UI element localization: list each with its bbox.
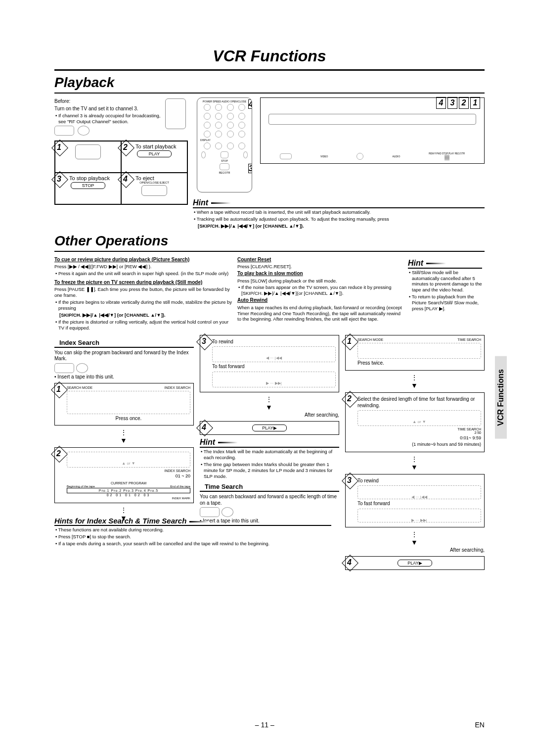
idx-step-2: 2 bbox=[56, 449, 61, 458]
tape-insert-icon bbox=[75, 144, 101, 159]
time-search-display-2: TIME SEARCH bbox=[357, 427, 481, 431]
current-program: CURRENT PROGRAM bbox=[67, 481, 190, 485]
time-step-2: 2 bbox=[347, 394, 352, 403]
step-2-num: 2 bbox=[123, 143, 128, 152]
search-button-icon-2 bbox=[357, 343, 481, 359]
program-nums: 02 01 01 02 03 bbox=[67, 493, 190, 497]
vcr-icon-round-3 bbox=[222, 507, 233, 517]
counter-heading: Counter Reset bbox=[237, 257, 403, 263]
index-search-display-2: INDEX SEARCH bbox=[67, 469, 190, 472]
idx-step-3: 3 bbox=[202, 337, 206, 346]
hint2-b: • To return to playback from the Picture… bbox=[408, 294, 482, 312]
index-search-heading: Index Search bbox=[54, 339, 194, 348]
auto-heading: Auto Rewind bbox=[237, 297, 403, 304]
page-title: VCR Functions bbox=[54, 47, 485, 65]
remote-rec-label: REC/OTR bbox=[197, 171, 252, 174]
play-label: PLAY▶ bbox=[252, 425, 287, 431]
arrow-down-icon-3: ⋮▼ bbox=[200, 395, 339, 411]
vcr-icon bbox=[54, 126, 74, 136]
freeze-l2: • If the picture begins to vibrate verti… bbox=[54, 299, 232, 311]
step-3-text: To stop playback bbox=[69, 175, 118, 181]
side-tab: VCR Functions bbox=[495, 356, 507, 439]
eject-label: OPEN/CLOSE EJECT bbox=[125, 181, 184, 184]
press-once: Press once. bbox=[67, 416, 190, 422]
hint1-title: Hint bbox=[193, 198, 208, 207]
step-2-text: To start playback bbox=[135, 143, 184, 149]
time-step-4: 4 bbox=[347, 558, 352, 567]
time-step2-text: Select the desired length of time for fa… bbox=[357, 396, 481, 409]
before-note: • If channel 3 is already occupied for b… bbox=[54, 113, 163, 125]
playback-heading: Playback bbox=[54, 75, 485, 91]
vcr-icon-2 bbox=[54, 363, 74, 373]
idx-step-1: 1 bbox=[56, 385, 61, 394]
freeze-l1: Press [PAUSE ❚❚]. Each time you press th… bbox=[54, 286, 232, 298]
slow-l2: • If the noise bars appear on the TV scr… bbox=[237, 284, 403, 296]
arrow-down-icon-5: ⋮▼ bbox=[345, 455, 485, 471]
step-3-num: 3 bbox=[57, 175, 61, 184]
eject-icon bbox=[141, 185, 167, 196]
play-label-2: PLAY▶ bbox=[398, 560, 432, 567]
cue-l2: • Press it again and the unit will searc… bbox=[54, 271, 232, 277]
arrow-down-icon-6: ⋮▼ bbox=[345, 530, 485, 546]
remote-top-labels: POWER SPEED AUDIO OPEN/CLOSE bbox=[197, 100, 252, 103]
video-label: VIDEO bbox=[320, 155, 328, 158]
before-label: Before: bbox=[54, 98, 163, 105]
tv-icon bbox=[165, 98, 186, 129]
page-number: – 11 – bbox=[255, 721, 274, 729]
ch-buttons-icon-2: ▲ or ▼ bbox=[357, 410, 481, 426]
hint1-a: • When a tape without record tab is inse… bbox=[193, 209, 485, 215]
time-search-heading: Time Search bbox=[200, 483, 339, 492]
time-step-1: 1 bbox=[347, 337, 352, 346]
ff-icon-2: ▶ ··· ▶▶| bbox=[357, 509, 481, 522]
lang-label: EN bbox=[475, 721, 485, 729]
after-searching: After searching, bbox=[200, 412, 339, 419]
before-text: Turn on the TV and set it to channel 3. bbox=[54, 106, 163, 112]
freeze-l4: • If the picture is distorted or rolling… bbox=[54, 319, 232, 331]
unit-callout-4: 4 bbox=[436, 97, 446, 109]
idx-hint-title: Hint bbox=[200, 438, 215, 446]
to-ff: To fast forward bbox=[212, 364, 336, 370]
cue-l1: Press [▶▶ / ◀◀]([F.FWD ▶▶] or [REW ◀◀] )… bbox=[54, 264, 232, 270]
arrow-down-icon: ⋮▼ bbox=[54, 428, 194, 444]
auto-l: When a tape reaches its end during playb… bbox=[237, 305, 403, 323]
time-range: 0:01~ 9:59 bbox=[357, 435, 481, 441]
time-l1: You can search backward and forward a sp… bbox=[200, 494, 339, 506]
to-rewind: To rewind bbox=[212, 339, 336, 345]
step-1-num: 1 bbox=[57, 143, 61, 152]
counter-l: Press [CLEAR/C.RESET]. bbox=[237, 264, 403, 270]
time-range-note: (1 minute~9 hours and 59 minutes) bbox=[357, 442, 481, 447]
hint2-a: • Still/Slow mode will be automatically … bbox=[408, 270, 482, 293]
unit-callout-2: 2 bbox=[459, 97, 469, 109]
vcr-icon-3 bbox=[200, 507, 220, 517]
ch-buttons-icon: ▲ or ▼ bbox=[67, 452, 190, 468]
index-range: 01 ~ 20 bbox=[67, 473, 190, 478]
search-mode-label: SEARCH MODE bbox=[67, 386, 92, 389]
rewind-icon: ◀ ··· |◀◀ bbox=[212, 346, 336, 362]
audio-label: AUDIO bbox=[392, 155, 400, 158]
hint1-b: • Tracking will be automatically adjuste… bbox=[193, 216, 485, 222]
unit-callout-3: 3 bbox=[447, 97, 457, 109]
time-value: 2:50 bbox=[357, 431, 481, 434]
idx-step-4: 4 bbox=[202, 423, 206, 432]
step-4-num: 4 bbox=[123, 175, 128, 184]
search-mode-label-2: SEARCH MODE bbox=[357, 338, 383, 341]
cue-heading: To cue or review picture during playback… bbox=[54, 257, 232, 263]
time-ff: To fast forward bbox=[357, 501, 481, 507]
step-4-text: To eject bbox=[135, 175, 184, 181]
tape-beginning: Beginning of the tape bbox=[67, 485, 95, 488]
callout-3: 3 bbox=[248, 164, 252, 173]
vcr-unit-icon: 1 2 3 4 VIDEO AUDIO REW F.FWD STOP PLAY … bbox=[260, 97, 485, 164]
time-l2: • Insert a tape into this unit. bbox=[200, 518, 339, 524]
rewind-icon-2: ◀ ··· |◀◀ bbox=[357, 485, 481, 499]
time-after: After searching, bbox=[345, 547, 485, 554]
ff-icon: ▶ ··· ▶▶| bbox=[212, 372, 336, 387]
callout-4: 4 bbox=[248, 99, 252, 109]
vcr-icon-round-2 bbox=[76, 363, 88, 373]
idx-hint-b: • The time gap between Index Marks shoul… bbox=[200, 462, 339, 479]
press-twice: Press twice. bbox=[357, 360, 481, 367]
time-rewind: To rewind bbox=[357, 478, 481, 484]
time-step-3: 3 bbox=[347, 476, 352, 485]
play-button-label: PLAY bbox=[137, 150, 172, 157]
index-mark-label: INDEX MARK bbox=[67, 497, 190, 500]
search-button-icon bbox=[67, 391, 190, 414]
